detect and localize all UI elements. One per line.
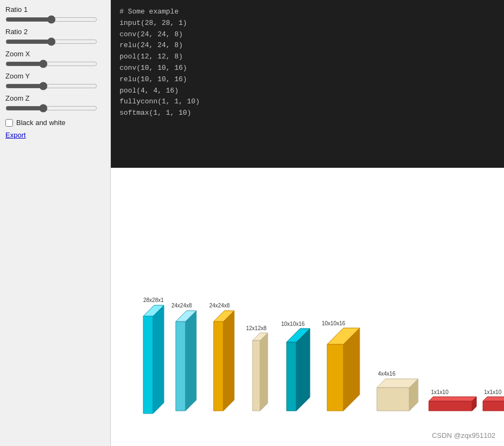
ratio2-group: Ratio 2 — [5, 28, 105, 47]
code-line: softmax(1, 1, 10) — [120, 108, 495, 119]
zoomy-slider[interactable] — [5, 81, 97, 91]
svg-marker-2 — [153, 305, 164, 414]
layer-input: 28x28x1 — [143, 297, 164, 414]
code-comment: # Some example — [120, 6, 495, 18]
layer-conv2: 10x10x16 — [281, 321, 310, 411]
zoomx-label: Zoom X — [5, 50, 105, 58]
svg-marker-15 — [327, 344, 343, 411]
ratio1-group: Ratio 1 — [5, 5, 105, 24]
layer-conv1: 24x24x8 — [171, 303, 196, 411]
label-fc: 1x1x10 — [431, 389, 449, 395]
code-line: conv(10, 10, 16) — [120, 63, 495, 74]
svg-marker-24 — [483, 401, 504, 411]
label-conv1: 24x24x8 — [171, 303, 192, 309]
black-white-label: Black and white — [16, 119, 65, 127]
zoomz-group: Zoom Z — [5, 94, 105, 113]
nn-visualization: 28x28x1 24x24x8 24x24x8 12x12 — [127, 262, 504, 430]
code-line: input(28, 28, 1) — [120, 18, 495, 29]
layer-pool2: 4x4x16 — [377, 371, 418, 411]
svg-marker-12 — [287, 342, 296, 411]
ratio1-label: Ratio 1 — [5, 5, 105, 14]
code-line: relu(24, 24, 8) — [120, 40, 495, 51]
ratio2-label: Ratio 2 — [5, 28, 105, 36]
code-lines: input(28, 28, 1)conv(24, 24, 8)relu(24, … — [120, 18, 495, 119]
label-softmax: 1x1x10 — [484, 389, 502, 395]
code-line: pool(4, 4, 16) — [120, 86, 495, 97]
zoomx-group: Zoom X — [5, 50, 105, 69]
layer-fc: 1x1x10 — [429, 389, 476, 411]
svg-marker-0 — [143, 316, 153, 414]
layer-pool1: 12x12x8 — [246, 325, 268, 411]
code-line: conv(24, 24, 8) — [120, 29, 495, 41]
svg-marker-6 — [214, 322, 223, 411]
label-input: 28x28x1 — [143, 297, 164, 303]
layer-relu2: 10x10x16 — [322, 320, 360, 411]
code-panel: # Some example input(28, 28, 1)conv(24, … — [111, 0, 504, 168]
svg-marker-11 — [260, 333, 268, 411]
main-content: # Some example input(28, 28, 1)conv(24, … — [111, 0, 504, 446]
zoomy-group: Zoom Y — [5, 72, 105, 91]
svg-marker-22 — [429, 397, 476, 401]
watermark: CSDN @zqx951102 — [432, 431, 495, 440]
svg-marker-5 — [185, 311, 196, 411]
layer-softmax: 1x1x10 — [483, 389, 504, 411]
svg-marker-14 — [296, 329, 310, 411]
ratio2-slider[interactable] — [5, 37, 97, 47]
svg-marker-18 — [377, 388, 409, 411]
zoomx-slider[interactable] — [5, 59, 97, 69]
zoomy-label: Zoom Y — [5, 72, 105, 80]
sidebar: Ratio 1 Ratio 2 Zoom X Zoom Y Zoom Z Bla… — [0, 0, 111, 446]
export-link[interactable]: Export — [5, 131, 105, 139]
svg-marker-9 — [253, 340, 260, 411]
label-relu1: 24x24x8 — [209, 303, 230, 309]
layer-relu1: 24x24x8 — [209, 303, 234, 411]
zoomz-label: Zoom Z — [5, 94, 105, 102]
ratio1-slider[interactable] — [5, 15, 97, 24]
code-line: relu(10, 10, 16) — [120, 74, 495, 86]
svg-marker-25 — [483, 397, 504, 401]
black-white-checkbox[interactable] — [5, 119, 13, 127]
black-white-row: Black and white — [5, 119, 105, 127]
label-pool1: 12x12x8 — [246, 325, 267, 331]
label-pool2: 4x4x16 — [378, 371, 396, 377]
svg-marker-21 — [429, 401, 472, 411]
code-line: pool(12, 12, 8) — [120, 51, 495, 63]
viz-panel: 28x28x1 24x24x8 24x24x8 12x12 — [111, 168, 504, 446]
label-conv2: 10x10x16 — [281, 321, 305, 327]
svg-marker-8 — [223, 311, 234, 411]
code-line: fullyconn(1, 1, 10) — [120, 96, 495, 108]
label-relu2: 10x10x16 — [322, 320, 346, 326]
zoomz-slider[interactable] — [5, 103, 97, 113]
svg-marker-3 — [176, 322, 185, 411]
